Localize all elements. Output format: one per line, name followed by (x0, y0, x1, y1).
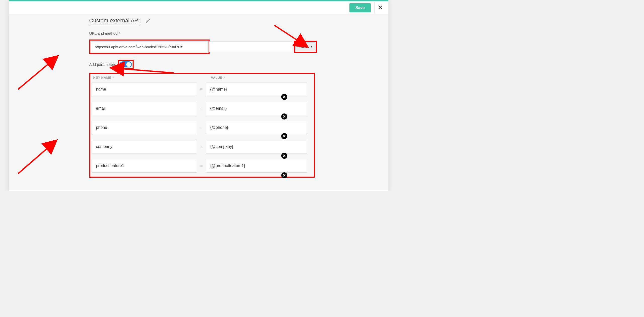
equals-sign: = (197, 144, 206, 149)
toggle-highlight (118, 60, 134, 69)
url-method-row: POST (89, 39, 317, 54)
key-input[interactable] (92, 83, 197, 96)
close-button[interactable] (374, 2, 386, 14)
add-params-label: Add parameters (89, 62, 116, 67)
param-row: = (92, 121, 312, 134)
delete-param-button[interactable] (281, 113, 287, 120)
value-input[interactable] (206, 159, 307, 173)
param-row: = (92, 102, 312, 115)
equals-sign: = (197, 125, 206, 130)
add-params-toggle[interactable] (120, 61, 132, 67)
key-input[interactable] (92, 102, 197, 115)
url-section-label: URL and method * (89, 31, 317, 35)
close-icon (378, 5, 383, 11)
modal: Save Custom external API URL and method … (9, 0, 388, 191)
modal-body: Custom external API URL and method * POS… (9, 14, 388, 190)
modal-header: Save (9, 1, 388, 14)
save-button[interactable]: Save (349, 3, 371, 12)
edit-icon[interactable] (146, 19, 150, 24)
url-input-extension (209, 41, 292, 52)
delete-param-button[interactable] (281, 172, 287, 178)
delete-param-button[interactable] (281, 133, 287, 139)
param-row: = (92, 159, 312, 173)
method-highlight: POST (294, 41, 317, 53)
key-input[interactable] (92, 159, 197, 173)
key-input[interactable] (92, 121, 197, 134)
value-input[interactable] (206, 140, 307, 153)
title-row: Custom external API (89, 17, 317, 25)
method-wrapper: POST (295, 42, 315, 51)
key-header: KEY NAME * (93, 76, 202, 80)
url-highlight (89, 39, 210, 54)
content-area: Custom external API URL and method * POS… (30, 17, 367, 178)
value-input[interactable] (206, 83, 307, 96)
method-select[interactable]: POST (295, 42, 315, 51)
param-row: = (92, 140, 312, 153)
delete-param-button[interactable] (281, 94, 287, 100)
page-title: Custom external API (89, 17, 140, 25)
value-input[interactable] (206, 102, 307, 115)
add-params-row: Add parameters (89, 60, 317, 69)
equals-sign: = (197, 106, 206, 111)
params-table: KEY NAME * VALUE * = = = (89, 73, 315, 178)
param-row: = (92, 83, 312, 96)
url-input[interactable] (91, 41, 208, 52)
params-header: KEY NAME * VALUE * (92, 76, 312, 80)
equals-sign: = (197, 87, 206, 92)
delete-param-button[interactable] (281, 153, 287, 159)
value-header: VALUE * (211, 76, 311, 80)
equals-sign: = (197, 163, 206, 168)
value-input[interactable] (206, 121, 307, 134)
key-input[interactable] (92, 140, 197, 153)
